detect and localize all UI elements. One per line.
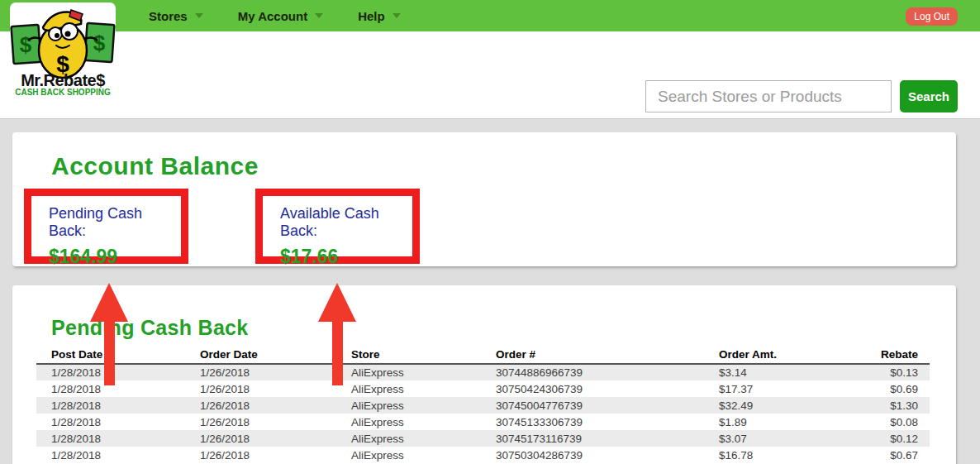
table-cell: $1.89 xyxy=(719,414,868,430)
table-cell: AliExpress xyxy=(351,414,496,430)
table-cell: 1/28/2018 xyxy=(36,414,200,430)
pending-cash-back-section-title: Pending Cash Back xyxy=(51,316,249,340)
table-cell: $0.08 xyxy=(868,414,930,430)
table-cell: 1/26/2018 xyxy=(200,414,351,430)
table-cell: $3.14 xyxy=(719,364,868,380)
column-header-post-date: Post Date xyxy=(36,347,200,364)
search-input[interactable] xyxy=(645,80,892,112)
column-header-order-amt: Order Amt. xyxy=(719,347,868,364)
table-cell: $17.37 xyxy=(719,380,868,397)
logo-tagline: CASH BACK SHOPPING xyxy=(15,88,111,97)
table-cell: 1/26/2018 xyxy=(200,397,351,414)
table-cell: $0.13 xyxy=(868,364,930,380)
mr-rebates-logo[interactable]: $ $ $ Mr.Rebate$ CASH BACK SHOPPING xyxy=(10,2,116,97)
table-cell: 1/28/2018 xyxy=(36,447,200,463)
table-row: 1/28/20181/26/2018AliExpress307503042867… xyxy=(36,447,930,463)
logo-title: Mr.Rebate$ xyxy=(21,71,105,89)
nav-item-label: My Account xyxy=(238,9,307,23)
pending-cash-back-value: $164.99 xyxy=(49,246,181,268)
table-cell: AliExpress xyxy=(351,447,496,463)
column-header-store: Store xyxy=(351,347,496,364)
table-cell: 30750304286739 xyxy=(496,447,719,463)
nav-menu: Stores My Account Help xyxy=(149,0,401,31)
table-row: 1/28/20181/26/2018AliExpress307451731167… xyxy=(36,430,930,447)
table-cell: $32.49 xyxy=(719,397,868,414)
pending-cash-back-table: Post Date Order Date Store Order # Order… xyxy=(36,347,930,463)
money-bill-left-icon: $ xyxy=(12,25,41,64)
table-cell: 1/28/2018 xyxy=(36,364,200,380)
page: Stores My Account Help Log Out Search $ xyxy=(0,0,980,464)
logout-button[interactable]: Log Out xyxy=(906,7,958,26)
chevron-down-icon xyxy=(392,13,401,18)
account-balance-card: Account Balance Pending Cash Back: $164.… xyxy=(12,132,956,266)
svg-text:$: $ xyxy=(93,31,106,55)
table-row: 1/28/20181/26/2018AliExpress307451333067… xyxy=(36,414,930,430)
table-cell: 30745133306739 xyxy=(496,414,719,430)
nav-item-label: Help xyxy=(358,9,385,23)
money-bill-right-icon: $ xyxy=(84,23,114,62)
table-cell: $0.67 xyxy=(868,447,930,463)
table-cell: 1/28/2018 xyxy=(36,397,200,414)
table-cell: AliExpress xyxy=(351,397,496,414)
svg-text:$: $ xyxy=(20,32,32,57)
table-header-row: Post Date Order Date Store Order # Order… xyxy=(36,347,930,364)
chevron-down-icon xyxy=(315,13,323,18)
chevron-down-icon xyxy=(195,13,203,18)
table-cell: $16.78 xyxy=(719,447,868,463)
column-header-order-num: Order # xyxy=(496,347,719,364)
account-balance-title: Account Balance xyxy=(51,152,259,180)
table-cell: 30744886966739 xyxy=(496,364,719,380)
table-cell: 30745004776739 xyxy=(496,397,719,414)
table-row: 1/28/20181/26/2018AliExpress307504243067… xyxy=(36,380,930,397)
available-cash-back-label: Available Cash Back: xyxy=(280,205,412,240)
table-cell: 30745173116739 xyxy=(496,430,719,447)
table-row: 1/28/20181/26/2018AliExpress307448869667… xyxy=(36,364,930,380)
table-cell: 1/26/2018 xyxy=(200,447,351,463)
table-cell: $0.12 xyxy=(868,430,930,447)
table-cell: 1/26/2018 xyxy=(200,430,351,447)
table-cell: 1/26/2018 xyxy=(200,364,351,380)
table-row: 1/28/20181/26/2018AliExpress307450047767… xyxy=(36,397,930,414)
pending-cash-back-box: Pending Cash Back: $164.99 xyxy=(24,189,188,264)
table-cell: $1.30 xyxy=(868,397,930,414)
table-cell: AliExpress xyxy=(351,380,496,397)
table-cell: AliExpress xyxy=(351,430,496,447)
search-button[interactable]: Search xyxy=(900,80,958,112)
table-cell: $0.69 xyxy=(868,380,930,397)
table-cell: 1/28/2018 xyxy=(36,380,200,397)
available-cash-back-value: $17.66 xyxy=(280,246,412,268)
nav-item-my-account[interactable]: My Account xyxy=(238,9,323,23)
search-bar: Search xyxy=(645,80,958,112)
table-cell: AliExpress xyxy=(351,364,496,380)
column-header-rebate: Rebate xyxy=(868,347,930,364)
pending-cash-back-label: Pending Cash Back: xyxy=(49,205,181,240)
pending-cash-back-card: Pending Cash Back Post Date Order Date S… xyxy=(12,285,956,464)
available-cash-back-box: Available Cash Back: $17.66 xyxy=(255,189,420,264)
column-header-order-date: Order Date xyxy=(200,347,351,364)
table-cell: $3.07 xyxy=(719,430,868,447)
table-cell: 1/26/2018 xyxy=(200,380,351,397)
table-cell: 30750424306739 xyxy=(496,380,719,397)
nav-item-stores[interactable]: Stores xyxy=(149,9,203,23)
table-cell: 1/28/2018 xyxy=(36,430,200,447)
top-nav-bar: Stores My Account Help Log Out xyxy=(0,0,980,31)
header-band: Search xyxy=(0,31,980,119)
nav-item-help[interactable]: Help xyxy=(358,9,401,23)
nav-item-label: Stores xyxy=(149,9,188,23)
